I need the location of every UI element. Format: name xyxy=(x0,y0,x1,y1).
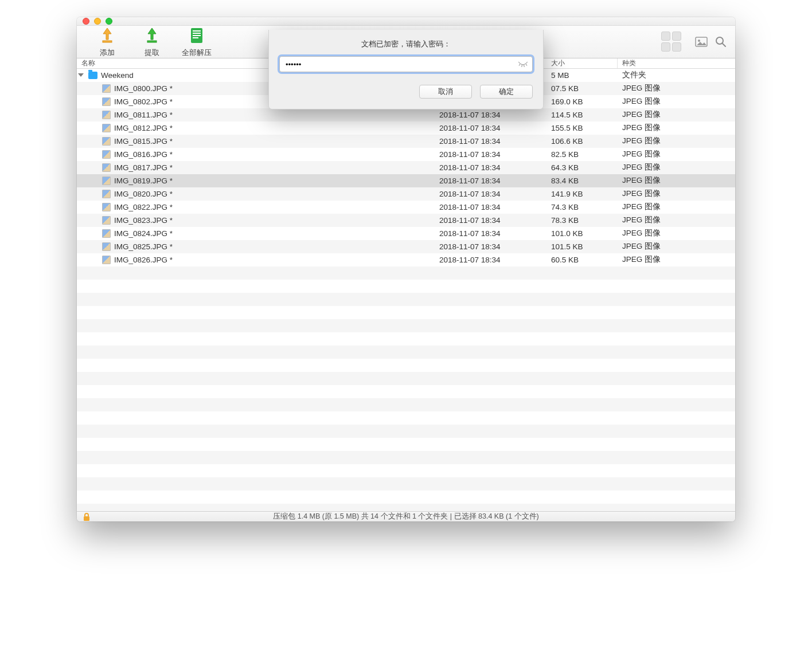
svg-rect-1 xyxy=(147,41,157,42)
file-kind: JPEG 图像 xyxy=(618,241,735,252)
svg-rect-11 xyxy=(84,516,89,521)
file-name: IMG_0820.JPG * xyxy=(114,190,173,198)
file-kind: JPEG 图像 xyxy=(618,83,735,93)
file-row[interactable]: IMG_0815.JPG *2018-11-07 18:34106.6 KBJP… xyxy=(77,135,735,148)
svg-rect-0 xyxy=(103,41,112,42)
file-date: 2018-11-07 18:34 xyxy=(435,203,546,211)
archive-window: 添加 提取 全部解压 名称 修改日期 大小 xyxy=(77,17,735,521)
file-row[interactable]: IMG_0819.JPG *2018-11-07 18:3483.4 KBJPE… xyxy=(77,174,735,187)
jpg-icon xyxy=(102,150,111,159)
empty-row xyxy=(77,504,735,511)
svg-line-13 xyxy=(522,65,522,67)
empty-row xyxy=(77,438,735,451)
svg-rect-4 xyxy=(193,33,201,34)
file-size: 82.5 KB xyxy=(546,150,618,159)
jpg-icon xyxy=(102,163,111,172)
search-icon[interactable] xyxy=(715,36,727,48)
file-row[interactable]: IMG_0816.JPG *2018-11-07 18:3482.5 KBJPE… xyxy=(77,148,735,161)
jpg-icon xyxy=(102,256,111,264)
empty-row xyxy=(77,385,735,398)
file-kind: JPEG 图像 xyxy=(618,215,735,225)
empty-row xyxy=(77,491,735,504)
file-kind: JPEG 图像 xyxy=(618,136,735,146)
file-date: 2018-11-07 18:34 xyxy=(435,256,546,264)
file-size: 60.5 KB xyxy=(546,256,618,264)
svg-point-8 xyxy=(698,40,700,42)
svg-line-15 xyxy=(526,64,527,65)
file-name: IMG_0825.JPG * xyxy=(114,242,173,251)
file-date: 2018-11-07 18:34 xyxy=(435,176,546,185)
hide-password-icon[interactable] xyxy=(518,59,528,69)
folder-size: 5 MB xyxy=(546,71,618,80)
file-name: IMG_0826.JPG * xyxy=(114,256,173,264)
empty-row xyxy=(77,359,735,372)
extract-all-button[interactable]: 全部解压 xyxy=(174,26,219,58)
file-date: 2018-11-07 18:34 xyxy=(435,163,546,172)
empty-row xyxy=(77,332,735,346)
file-kind: JPEG 图像 xyxy=(618,189,735,199)
preview-icon[interactable] xyxy=(695,36,708,48)
extract-icon xyxy=(143,26,161,45)
file-name: IMG_0823.JPG * xyxy=(114,216,173,225)
ok-button[interactable]: 确定 xyxy=(480,85,533,99)
file-name: IMG_0812.JPG * xyxy=(114,124,173,132)
file-size: 101.5 KB xyxy=(546,242,618,251)
file-kind: JPEG 图像 xyxy=(618,228,735,238)
extract-label: 提取 xyxy=(145,48,159,58)
empty-row xyxy=(77,451,735,464)
disclosure-triangle-icon[interactable] xyxy=(78,73,84,77)
file-row[interactable]: IMG_0826.JPG *2018-11-07 18:3460.5 KBJPE… xyxy=(77,253,735,266)
file-size: 114.5 KB xyxy=(546,111,618,119)
minimize-window-button[interactable] xyxy=(94,18,101,25)
svg-point-9 xyxy=(716,37,723,44)
svg-rect-3 xyxy=(193,30,201,32)
jpg-icon xyxy=(102,97,111,106)
file-kind: JPEG 图像 xyxy=(618,96,735,107)
file-kind: JPEG 图像 xyxy=(618,149,735,159)
file-name: IMG_0824.JPG * xyxy=(114,229,173,238)
file-size: 155.5 KB xyxy=(546,124,618,132)
svg-line-14 xyxy=(524,65,525,67)
password-input[interactable] xyxy=(279,56,533,72)
empty-row xyxy=(77,346,735,359)
empty-row xyxy=(77,398,735,411)
empty-row xyxy=(77,280,735,293)
file-row[interactable]: IMG_0820.JPG *2018-11-07 18:34141.9 KBJP… xyxy=(77,187,735,201)
empty-row xyxy=(77,411,735,425)
file-size: 83.4 KB xyxy=(546,176,618,185)
file-date: 2018-11-07 18:34 xyxy=(435,111,546,119)
file-row[interactable]: IMG_0817.JPG *2018-11-07 18:3464.3 KBJPE… xyxy=(77,161,735,174)
column-kind[interactable]: 种类 xyxy=(618,58,735,68)
extract-button[interactable]: 提取 xyxy=(130,26,174,58)
file-name: IMG_0819.JPG * xyxy=(114,176,173,185)
file-date: 2018-11-07 18:34 xyxy=(435,229,546,238)
close-window-button[interactable] xyxy=(83,18,89,25)
jpg-icon xyxy=(102,190,111,198)
add-icon xyxy=(99,26,116,45)
extract-all-label: 全部解压 xyxy=(182,48,212,58)
file-name: IMG_0802.JPG * xyxy=(114,97,173,106)
zoom-window-button[interactable] xyxy=(106,18,112,25)
file-row[interactable]: IMG_0811.JPG *2018-11-07 18:34114.5 KBJP… xyxy=(77,108,735,121)
file-row[interactable]: IMG_0823.JPG *2018-11-07 18:3478.3 KBJPE… xyxy=(77,214,735,227)
jpg-icon xyxy=(102,242,111,251)
empty-row xyxy=(77,477,735,491)
file-row[interactable]: IMG_0824.JPG *2018-11-07 18:34101.0 KBJP… xyxy=(77,227,735,240)
file-row[interactable]: IMG_0812.JPG *2018-11-07 18:34155.5 KBJP… xyxy=(77,121,735,135)
cancel-button[interactable]: 取消 xyxy=(419,85,472,99)
column-size[interactable]: 大小 xyxy=(546,58,618,68)
file-kind: JPEG 图像 xyxy=(618,123,735,133)
folder-name: Weekend xyxy=(101,71,134,80)
file-date: 2018-11-07 18:34 xyxy=(435,137,546,146)
file-size: 78.3 KB xyxy=(546,216,618,225)
jpg-icon xyxy=(102,216,111,225)
file-row[interactable]: IMG_0822.JPG *2018-11-07 18:3474.3 KBJPE… xyxy=(77,201,735,214)
file-row[interactable]: IMG_0825.JPG *2018-11-07 18:34101.5 KBJP… xyxy=(77,240,735,253)
file-name: IMG_0817.JPG * xyxy=(114,163,173,172)
file-size: 106.6 KB xyxy=(546,137,618,146)
empty-row xyxy=(77,306,735,319)
file-list[interactable]: Weekend 5 MB 文件夹 IMG_0800.JPG *07.5 KBJP… xyxy=(77,69,735,511)
view-mode-button[interactable] xyxy=(661,32,681,52)
file-size: 74.3 KB xyxy=(546,203,618,211)
add-button[interactable]: 添加 xyxy=(85,26,130,58)
